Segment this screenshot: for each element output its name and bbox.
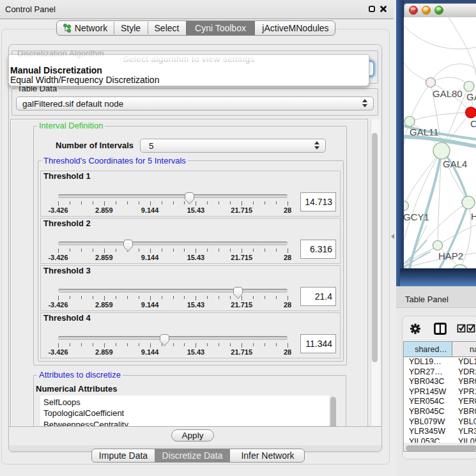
svg-text:GAL80: GAL80 bbox=[433, 88, 463, 99]
svg-text:GAL11: GAL11 bbox=[410, 127, 439, 137]
svg-text:GA: GA bbox=[466, 91, 476, 102]
svg-text:HAP2: HAP2 bbox=[438, 250, 463, 261]
svg-text:C: C bbox=[470, 118, 476, 129]
svg-text:H: H bbox=[471, 211, 476, 222]
svg-text:GAL4: GAL4 bbox=[443, 158, 467, 169]
svg-text:GCY1: GCY1 bbox=[404, 211, 429, 222]
